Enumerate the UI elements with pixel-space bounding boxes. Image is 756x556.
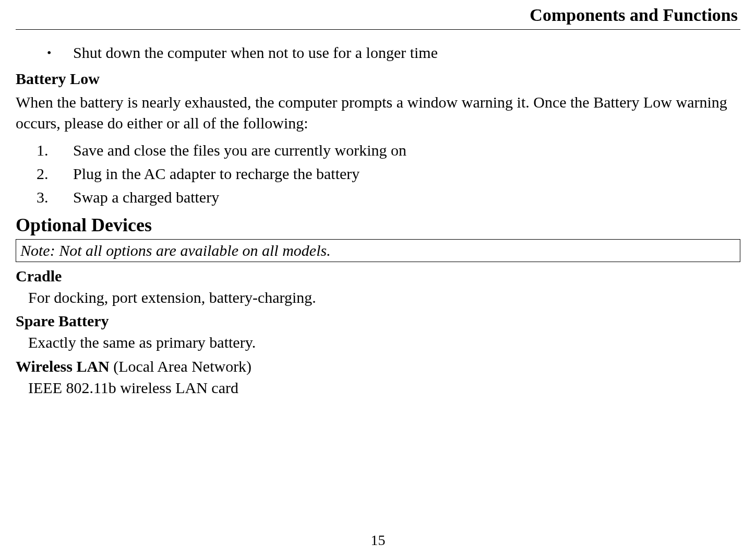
step-item: Save and close the files you are current… (31, 138, 740, 162)
note-box: Note: Not all options are available on a… (16, 239, 740, 262)
battery-low-heading: Battery Low (16, 70, 740, 88)
cradle-body: For docking, port extension, battery-cha… (16, 287, 740, 309)
bullet-list: Shut down the computer when not to use f… (16, 42, 740, 64)
spare-battery-body: Exactly the same as primary battery. (16, 332, 740, 353)
cradle-heading: Cradle (16, 267, 740, 285)
wireless-lan-heading: Wireless LAN (Local Area Network) (16, 358, 740, 375)
page-number: 15 (0, 532, 756, 549)
step-item: Swap a charged battery (31, 185, 740, 209)
page-header-title: Components and Functions (16, 5, 740, 25)
optional-devices-heading: Optional Devices (16, 214, 740, 236)
step-item: Plug in the AC adapter to recharge the b… (31, 162, 740, 185)
note-text: Note: Not all options are available on a… (20, 242, 331, 259)
battery-low-paragraph: When the battery is nearly exhausted, th… (16, 92, 740, 134)
header-divider (16, 29, 740, 30)
wireless-lan-heading-text: Wireless LAN (16, 358, 110, 375)
battery-low-steps: Save and close the files you are current… (16, 138, 740, 209)
bullet-item: Shut down the computer when not to use f… (47, 42, 740, 64)
spare-battery-heading: Spare Battery (16, 312, 740, 330)
wireless-lan-body: IEEE 802.11b wireless LAN card (16, 377, 740, 399)
wireless-lan-paren: (Local Area Network) (110, 358, 251, 375)
